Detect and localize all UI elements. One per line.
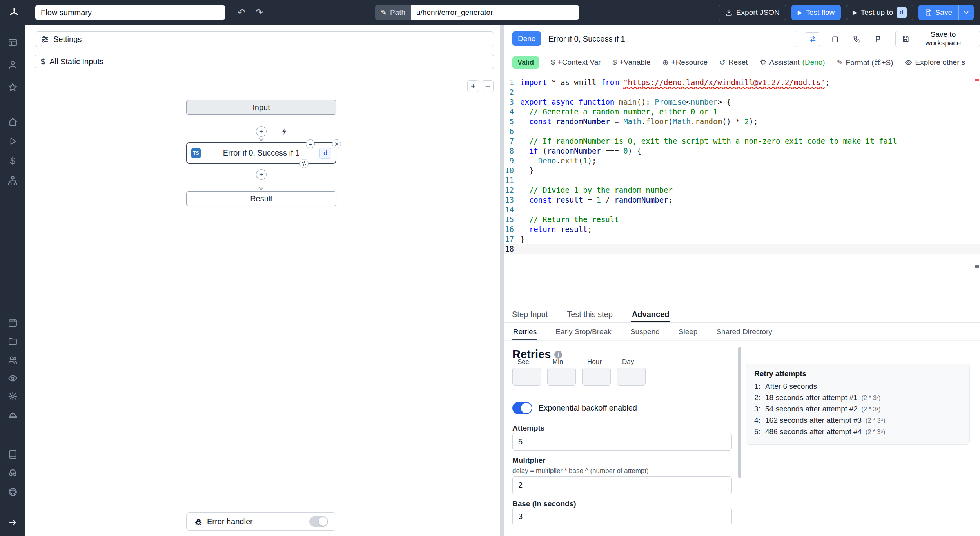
eye-icon[interactable] [7, 373, 18, 383]
code-line[interactable]: 14 [504, 205, 980, 215]
folder-icon[interactable] [7, 336, 18, 346]
tab-test-this-step[interactable]: Test this step [566, 306, 613, 322]
format-button[interactable]: ✎Format (⌘+S) [837, 58, 893, 67]
multiplier-input[interactable] [512, 476, 732, 494]
windmill-logo-icon[interactable] [6, 5, 22, 20]
add-step-button[interactable]: + [256, 169, 267, 180]
tab-step-input[interactable]: Step Input [511, 306, 548, 322]
flow-summary-input[interactable] [35, 5, 225, 20]
info-icon[interactable]: i [554, 351, 562, 359]
error-handler-bar[interactable]: Error handler [186, 512, 336, 531]
exponential-backoff-toggle[interactable] [512, 402, 532, 414]
undo-button[interactable]: ↶ [234, 5, 249, 20]
code-line[interactable]: 12 // Divide 1 by the random number [504, 185, 980, 195]
code-line[interactable]: 5 const randomNumber = Math.floor(Math.r… [504, 117, 980, 127]
worker-icon[interactable] [7, 410, 18, 420]
save-button[interactable]: Save [918, 5, 958, 20]
code-line[interactable]: 17} [504, 234, 980, 244]
calendar-icon[interactable] [7, 317, 18, 328]
path-chip[interactable]: ✎ Path [375, 5, 411, 20]
assistant-button[interactable]: Assistant (Deno) [760, 58, 825, 67]
code-line[interactable]: 18 [504, 244, 980, 254]
discord-icon[interactable] [7, 468, 18, 478]
dollar-icon[interactable] [7, 156, 18, 166]
users-icon[interactable] [7, 355, 18, 365]
subtab-retries[interactable]: Retries [512, 323, 537, 340]
reset-button[interactable]: ↺Reset [719, 58, 748, 67]
sitemap-icon[interactable] [7, 176, 18, 186]
base-input[interactable] [512, 508, 732, 525]
add-resource-button[interactable]: ⊕+Resource [662, 58, 708, 67]
code-line[interactable]: 7 // If randomNumber is 0, exit the scri… [504, 136, 980, 146]
code-line[interactable]: 8 if (randomNumber === 0) { [504, 146, 980, 156]
explore-scripts-button[interactable]: Explore other s [905, 58, 965, 67]
result-node[interactable]: Result [186, 191, 336, 206]
code-line[interactable]: 15 // Return the result [504, 215, 980, 225]
flag-icon[interactable] [870, 32, 886, 46]
box-icon[interactable] [827, 32, 843, 46]
add-variable-button[interactable]: $+Variable [613, 58, 651, 67]
sidebar [0, 25, 25, 536]
export-json-button[interactable]: Export JSON [719, 5, 786, 20]
panel-resizer[interactable] [500, 25, 504, 536]
error-handler-toggle[interactable] [309, 516, 328, 527]
cron-hour-input[interactable] [582, 368, 611, 386]
loop-icon[interactable] [299, 159, 309, 168]
diff-mode-icon[interactable] [805, 32, 820, 46]
save-to-workspace-button[interactable]: Save to workspace [895, 31, 980, 47]
code-line[interactable]: 6 [504, 127, 980, 136]
code-line[interactable]: 3export async function main(): Promise<n… [504, 97, 980, 107]
plus-circle-icon[interactable]: + [306, 139, 315, 148]
user-icon[interactable] [7, 59, 18, 69]
redo-button[interactable]: ↷ [252, 5, 267, 20]
error-handler-label: Error handler [207, 517, 305, 526]
subtab-suspend[interactable]: Suspend [630, 323, 661, 340]
star-icon[interactable] [7, 82, 18, 92]
arrow-right-icon[interactable] [7, 517, 18, 527]
tab-advanced[interactable]: Advanced [631, 306, 670, 322]
save-dropdown-button[interactable] [958, 5, 974, 20]
flow-graph[interactable]: + − Input + TS Error if 0, Success if 1 … [25, 25, 500, 536]
code-line[interactable]: 10 } [504, 166, 980, 176]
cron-sec-input[interactable] [512, 368, 541, 386]
home-icon[interactable] [7, 117, 18, 127]
code-line[interactable]: 13 const result = 1 / randomNumber; [504, 195, 980, 205]
remove-step-icon[interactable]: ✕ [332, 139, 341, 148]
code-line[interactable]: 16 return result; [504, 225, 980, 234]
cron-min-input[interactable] [547, 368, 576, 386]
scrollbar-thumb[interactable] [738, 347, 741, 478]
test-flow-button[interactable]: ▶ Test flow [791, 5, 841, 20]
subtab-early-stop[interactable]: Early Stop/Break [555, 323, 612, 340]
table-icon[interactable] [7, 37, 18, 47]
code-lines: 1import * as wmill from "https://deno.la… [504, 74, 980, 254]
subtab-shared-directory[interactable]: Shared Directory [715, 323, 773, 340]
step-summary-input[interactable] [543, 31, 797, 47]
input-node[interactable]: Input [186, 100, 336, 115]
play-icon[interactable] [7, 136, 18, 146]
assistant-icon [760, 59, 767, 66]
code-line[interactable]: 11 [504, 176, 980, 185]
path-input[interactable] [411, 5, 579, 20]
code-line[interactable]: 2 [504, 87, 980, 97]
cron-day-input[interactable] [617, 368, 646, 386]
subtab-sleep[interactable]: Sleep [678, 323, 699, 340]
code-editor[interactable]: 1import * as wmill from "https://deno.la… [504, 74, 980, 306]
attempts-input[interactable] [512, 433, 732, 451]
advanced-subtabs: Retries Early Stop/Break Suspend Sleep S… [504, 323, 980, 341]
github-icon[interactable] [7, 487, 18, 497]
add-context-var-button[interactable]: $+Context Var [551, 58, 601, 67]
zoom-in-button[interactable]: + [467, 80, 479, 92]
gear-icon[interactable] [7, 391, 18, 401]
phone-icon[interactable] [849, 32, 865, 46]
export-icon [725, 9, 733, 16]
test-up-to-button[interactable]: ▶ Test up to d [846, 5, 913, 20]
code-line[interactable]: 4 // Generate a random number, either 0 … [504, 107, 980, 117]
add-step-button[interactable]: + [256, 126, 267, 137]
cron-day-label: Day [622, 358, 634, 366]
input-node-label: Input [252, 103, 270, 112]
book-icon[interactable] [7, 449, 18, 459]
code-line[interactable]: 1import * as wmill from "https://deno.la… [504, 78, 980, 87]
code-line[interactable]: 9 Deno.exit(1); [504, 156, 980, 166]
zoom-out-button[interactable]: − [482, 80, 494, 92]
trigger-bolt-icon[interactable] [278, 125, 290, 137]
